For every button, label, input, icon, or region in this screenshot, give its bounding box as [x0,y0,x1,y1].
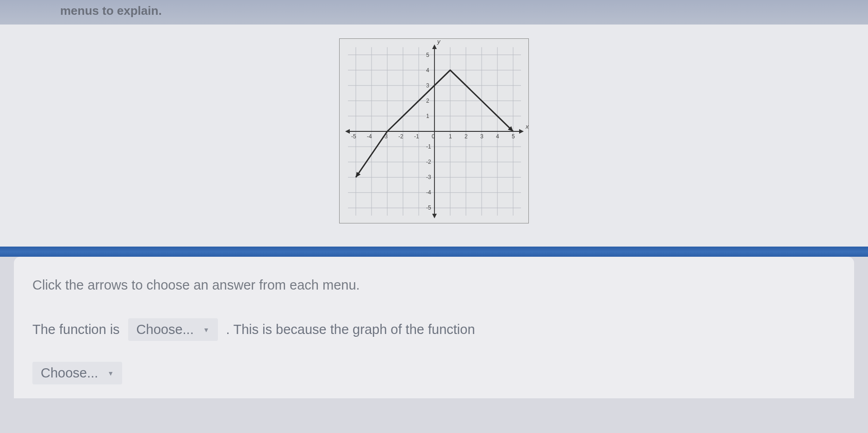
svg-text:5: 5 [512,133,515,140]
svg-text:-1: -1 [414,133,419,140]
answer-line-1: The function is Choose... ▼ . This is be… [32,318,836,341]
dropdown-label: Choose... [136,322,194,337]
svg-marker-24 [519,129,524,134]
top-instruction-fragment: menus to explain. [60,4,162,18]
svg-text:-3: -3 [426,174,431,180]
svg-text:y: y [437,39,441,45]
dropdown-function-type[interactable]: Choose... ▼ [128,318,218,341]
function-graph-chart: -5-4-3-2-1012345-5-4-3-2-112345xy [339,38,529,223]
svg-text:4: 4 [496,133,499,140]
svg-text:-4: -4 [367,133,372,140]
svg-text:-2: -2 [398,133,403,140]
sentence-part-1: The function is [32,322,120,337]
svg-text:-1: -1 [426,143,431,150]
svg-text:-5: -5 [426,204,431,211]
answer-panel: Click the arrows to choose an answer fro… [14,257,854,398]
svg-text:x: x [525,123,529,130]
sentence-part-2: . This is because the graph of the funct… [226,322,475,337]
svg-marker-25 [345,129,350,134]
svg-text:4: 4 [426,67,429,74]
svg-marker-27 [432,214,437,218]
dropdown-reason[interactable]: Choose... ▼ [32,362,122,384]
svg-text:2: 2 [426,98,429,104]
svg-text:0: 0 [432,133,435,140]
chevron-down-icon: ▼ [203,326,210,334]
svg-text:-4: -4 [426,189,431,196]
chart-section: -5-4-3-2-1012345-5-4-3-2-112345xy [0,25,868,247]
section-divider [0,247,868,257]
svg-text:-5: -5 [351,133,356,140]
answer-line-2: Choose... ▼ [32,362,836,384]
svg-text:3: 3 [480,133,484,140]
svg-text:1: 1 [449,133,452,140]
svg-text:3: 3 [426,82,429,89]
chart-svg: -5-4-3-2-1012345-5-4-3-2-112345xy [340,39,529,224]
svg-text:2: 2 [465,133,468,140]
chevron-down-icon: ▼ [107,370,114,377]
svg-marker-26 [432,44,437,49]
dropdown-label: Choose... [41,365,98,381]
svg-text:1: 1 [426,113,429,119]
answer-instruction: Click the arrows to choose an answer fro… [32,278,836,293]
svg-text:-2: -2 [426,159,431,165]
svg-text:5: 5 [426,52,429,58]
